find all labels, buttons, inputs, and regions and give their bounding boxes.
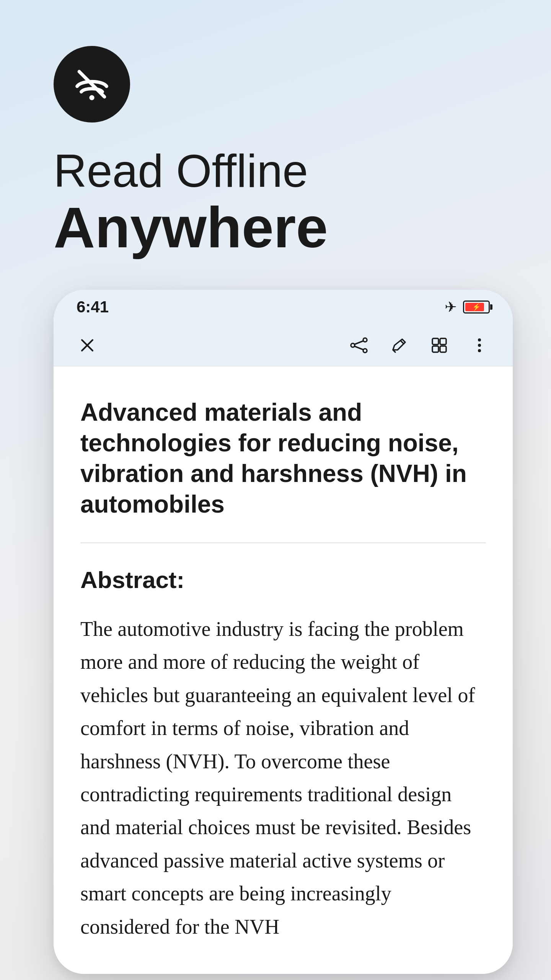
svg-rect-11: [432, 338, 439, 345]
no-wifi-icon: [71, 63, 113, 105]
svg-rect-13: [432, 346, 439, 352]
headline-section: Read Offline Anywhere: [54, 145, 328, 259]
share-button[interactable]: [348, 335, 369, 356]
svg-rect-12: [440, 338, 446, 345]
article-title: Advanced materials and technologies for …: [80, 397, 486, 519]
abstract-text: The automotive industry is facing the pr…: [80, 612, 486, 943]
article-content: Advanced materials and technologies for …: [54, 366, 513, 974]
status-time: 6:41: [77, 298, 109, 316]
more-button[interactable]: [469, 335, 490, 356]
battery-bolt-icon: ⚡: [472, 303, 481, 311]
status-bar: 6:41 ✈ ⚡: [54, 290, 513, 324]
toolbar: [54, 324, 513, 366]
grid-button[interactable]: [429, 335, 450, 356]
toolbar-right: [348, 335, 490, 356]
toolbar-left: [77, 335, 98, 356]
svg-point-17: [478, 349, 481, 352]
airplane-icon: ✈: [445, 299, 457, 315]
svg-point-0: [89, 95, 94, 100]
battery-indicator: ⚡: [463, 301, 490, 314]
svg-point-16: [478, 344, 481, 347]
battery-box: ⚡: [463, 301, 490, 314]
article-divider: [80, 542, 486, 543]
offline-icon-circle: [54, 46, 130, 122]
close-button[interactable]: [77, 335, 98, 356]
svg-rect-14: [440, 346, 446, 352]
svg-point-15: [478, 338, 481, 341]
svg-line-7: [354, 341, 363, 344]
edit-button[interactable]: [388, 335, 409, 356]
read-offline-label: Read Offline: [54, 145, 328, 196]
anywhere-label: Anywhere: [54, 196, 328, 259]
abstract-heading: Abstract:: [80, 566, 486, 593]
status-icons: ✈ ⚡: [445, 299, 490, 315]
svg-line-8: [354, 346, 363, 350]
phone-mockup: 6:41 ✈ ⚡: [54, 290, 513, 974]
page-container: Read Offline Anywhere 6:41 ✈ ⚡: [0, 0, 551, 980]
